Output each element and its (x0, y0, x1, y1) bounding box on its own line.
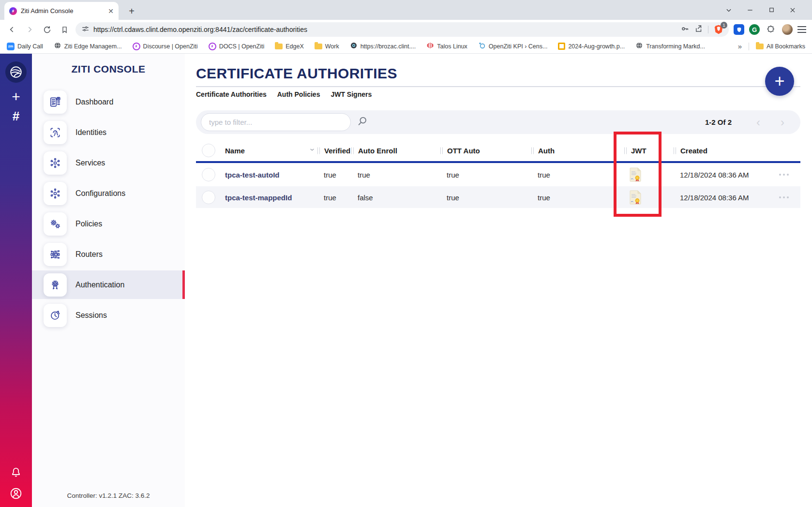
sidebar-item-services[interactable]: Services (32, 149, 185, 177)
rail-hash-button[interactable]: # (0, 109, 32, 124)
certificate-jwt-icon[interactable] (629, 167, 642, 182)
tab-search-chevron-icon[interactable] (718, 0, 739, 20)
grammarly-extension-icon[interactable]: G (749, 24, 760, 35)
column-auto-enroll[interactable]: Auto Enroll (351, 147, 397, 155)
services-network-icon (44, 151, 67, 175)
window-close-button[interactable] (782, 0, 803, 20)
tab-close-icon[interactable]: ✕ (108, 8, 114, 15)
browser-menu-icon[interactable] (797, 26, 806, 33)
sidebar-item-configurations[interactable]: Configurations (32, 179, 185, 208)
bitwarden-extension-icon[interactable] (734, 24, 744, 35)
cell-auto-enroll: true (358, 171, 370, 179)
bookmarks-overflow-chevrons[interactable]: » (738, 42, 742, 50)
tab-jwt-signers[interactable]: JWT Signers (331, 90, 372, 98)
column-verified[interactable]: Verified (317, 147, 350, 155)
sort-chevron-icon[interactable] (309, 146, 316, 155)
sidebar: ZITI CONSOLE Dashboard (32, 54, 185, 507)
brave-shield-icon[interactable]: 1 (713, 24, 724, 35)
folder-icon (315, 44, 322, 49)
tab-certificate-authorities[interactable]: Certificate Authorities (196, 90, 267, 98)
cell-verified: true (324, 171, 336, 179)
sidebar-item-dashboard[interactable]: Dashboard (32, 88, 185, 116)
cell-created: 12/18/2024 08:36 AM (680, 193, 749, 201)
row-checkbox[interactable] (202, 168, 215, 181)
bookmark-item[interactable]: Transforming Markd... (635, 42, 705, 51)
filter-input[interactable] (201, 113, 351, 131)
bookmark-item[interactable]: Work (315, 43, 339, 50)
add-button[interactable]: + (765, 67, 794, 96)
table-header: Name Verified Auto Enroll OTT Auto Auth … (196, 140, 800, 161)
zoom-icon: zm (7, 43, 15, 50)
row-actions-button[interactable] (779, 196, 789, 198)
version-footer: Controller: v1.2.1 ZAC: 3.6.2 (32, 492, 185, 499)
sidebar-item-identities[interactable]: Identities (32, 118, 185, 147)
tab-strip: Ziti Admin Console ✕ + (0, 0, 812, 20)
dashboard-icon (44, 90, 67, 114)
shield-badge: 1 (721, 22, 727, 29)
pagination-prev-icon[interactable]: ‹ (752, 117, 765, 128)
sidebar-item-policies[interactable]: Policies (32, 209, 185, 238)
browser-window: Ziti Admin Console ✕ + (0, 0, 812, 507)
bookmark-item[interactable]: DOCS | OpenZiti (209, 43, 265, 50)
app-brand: ZITI CONSOLE (32, 63, 185, 75)
tab-title: Ziti Admin Console (21, 7, 104, 15)
reload-button[interactable] (41, 23, 53, 36)
folder-icon (756, 44, 764, 49)
certificate-jwt-icon[interactable] (629, 190, 642, 205)
bookmark-item[interactable]: 2024-Aug-growth.p... (558, 43, 625, 50)
table-row[interactable]: tpca-test-autoId true true true true (196, 163, 800, 186)
browser-tab[interactable]: Ziti Admin Console ✕ (4, 2, 119, 20)
window-minimize-button[interactable] (739, 0, 761, 20)
select-all-checkbox[interactable] (202, 144, 215, 157)
extensions-puzzle-icon[interactable] (765, 23, 777, 36)
new-tab-button[interactable]: + (124, 4, 139, 18)
main-content: CERTIFICATE AUTHORITIES Certificate Auth… (185, 54, 812, 507)
profile-avatar[interactable] (782, 24, 793, 35)
cell-name[interactable]: tpca-test-autoId (225, 171, 280, 179)
account-icon[interactable] (0, 487, 32, 500)
back-button[interactable] (6, 23, 18, 36)
ziti-logo-icon[interactable] (5, 61, 27, 83)
bookmark-item[interactable]: Talos Linux (426, 42, 467, 51)
sidebar-item-routers[interactable]: Routers (32, 240, 185, 268)
cell-name[interactable]: tpca-test-mappedId (225, 193, 292, 201)
password-key-icon[interactable] (680, 24, 690, 35)
window-maximize-button[interactable] (761, 0, 782, 20)
forward-button[interactable] (23, 23, 36, 36)
row-actions-button[interactable] (779, 174, 789, 176)
address-bar[interactable]: https://ctrl.cdaws.clint.demo.openziti.o… (75, 22, 729, 37)
cell-created: 12/18/2024 08:36 AM (680, 171, 749, 179)
column-jwt[interactable]: JWT (624, 147, 647, 155)
column-created[interactable]: Created (674, 147, 707, 155)
column-name[interactable]: Name (225, 147, 245, 155)
bookmark-item[interactable]: EdgeX (275, 43, 304, 50)
sidebar-item-sessions[interactable]: Sessions (32, 301, 185, 329)
bookmark-item[interactable]: zm Daily Call (7, 43, 43, 50)
tab-auth-policies[interactable]: Auth Policies (277, 90, 320, 98)
sidebar-item-authentication[interactable]: Authentication (32, 270, 185, 299)
bookmark-page-icon[interactable] (58, 23, 71, 36)
rail-add-button[interactable]: + (0, 89, 32, 105)
column-auth[interactable]: Auth (531, 147, 555, 155)
globe-icon (54, 42, 61, 51)
clock-icon (44, 304, 67, 327)
notifications-bell-icon[interactable] (0, 465, 32, 478)
row-checkbox[interactable] (202, 191, 215, 204)
table-row[interactable]: tpca-test-mappedId true false true true (196, 186, 800, 208)
router-icon (44, 243, 67, 266)
search-icon[interactable] (357, 116, 368, 129)
cell-verified: true (324, 193, 336, 201)
bookmark-item[interactable]: Ziti Edge Managem... (54, 42, 122, 51)
page-title: CERTIFICATE AUTHORITIES (196, 65, 397, 82)
globe-icon (635, 42, 643, 51)
site-settings-tune-icon[interactable] (81, 25, 90, 35)
pagination-next-icon[interactable]: › (776, 117, 789, 128)
column-ott-auto[interactable]: OTT Auto (440, 147, 480, 155)
slides-icon (558, 43, 565, 50)
bookmark-item[interactable]: https://brozac.clint.... (350, 42, 416, 51)
bookmark-item[interactable]: OpenZiti KPI › Cens... (478, 42, 548, 51)
all-bookmarks-button[interactable]: All Bookmarks (756, 43, 805, 50)
bookmark-item[interactable]: Discourse | OpenZiti (133, 43, 198, 50)
url-text[interactable]: https://ctrl.cdaws.clint.demo.openziti.o… (93, 26, 677, 33)
share-icon[interactable] (694, 24, 703, 35)
